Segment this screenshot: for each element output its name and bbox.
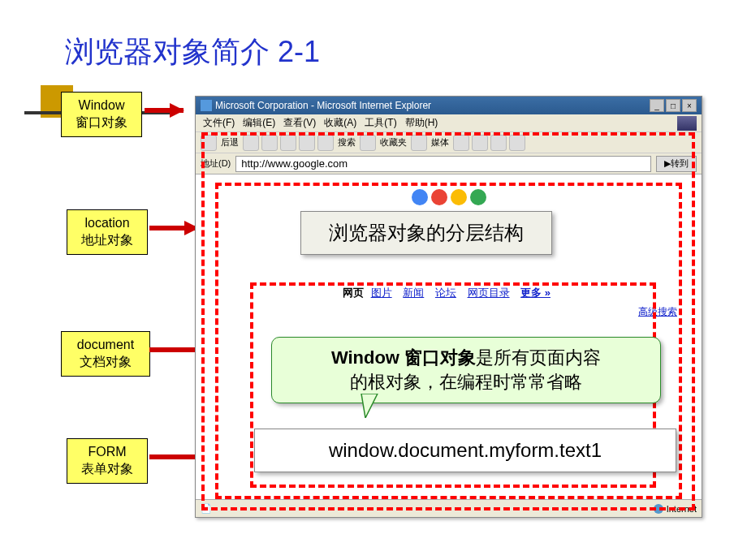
advanced-search-row: 高级搜索 (196, 305, 702, 319)
menu-file[interactable]: 文件(F) (201, 116, 237, 130)
google-tabs: 网页 图片 新闻 论坛 网页目录 更多 » (196, 281, 702, 305)
ie-titlebar: Microsoft Corporation - Microsoft Intern… (196, 97, 702, 114)
internet-zone-label: Internet (667, 504, 697, 514)
arrow-window (145, 110, 184, 111)
media-label: 媒体 (430, 136, 451, 149)
address-label: 地址(D) (201, 157, 231, 170)
menu-tools[interactable]: 工具(T) (362, 116, 399, 130)
search-label: 搜索 (336, 136, 357, 149)
print-button[interactable] (490, 135, 507, 151)
favorites-label: 收藏夹 (378, 136, 408, 149)
label-location-object: location 地址对象 (67, 209, 148, 255)
window-control-buttons: _ □ × (650, 99, 697, 112)
history-button[interactable] (453, 135, 469, 151)
stop-button[interactable] (261, 135, 278, 151)
callout-line2: 的根对象，在编程时常常省略 (285, 370, 647, 394)
slide-title: 浏览器对象简介 2-1 (65, 32, 320, 72)
label-window-cn: 窗口对象 (70, 114, 133, 131)
close-button[interactable]: × (682, 99, 697, 112)
home-button[interactable] (299, 135, 315, 151)
label-form-en: FORM (76, 444, 139, 461)
address-input[interactable]: http://www.google.com (235, 156, 651, 172)
back-button[interactable] (201, 135, 217, 151)
status-page-icon: 📄 (201, 503, 212, 514)
menu-favorites[interactable]: 收藏(A) (322, 116, 359, 130)
ie-statusbar: 📄 Internet (196, 499, 702, 517)
internet-zone-icon (654, 504, 663, 514)
hierarchy-title-box: 浏览器对象的分层结构 (300, 211, 552, 255)
tab-more[interactable]: 更多 » (520, 286, 551, 299)
back-label: 后退 (219, 136, 240, 149)
address-url-text: http://www.google.com (241, 157, 348, 170)
callout-tail-icon (357, 394, 382, 418)
favorites-button[interactable] (360, 135, 376, 151)
arrow-location (149, 227, 198, 229)
menu-help[interactable]: 帮助(H) (403, 116, 441, 130)
tab-web[interactable]: 网页 (343, 286, 364, 299)
tab-news[interactable]: 新闻 (403, 286, 424, 299)
label-location-en: location (76, 215, 139, 232)
mail-button[interactable] (472, 135, 488, 151)
edit-button[interactable] (509, 135, 525, 151)
ie-throbber-icon (677, 116, 697, 131)
advanced-search-link[interactable]: 高级搜索 (638, 306, 677, 317)
menu-edit[interactable]: 编辑(E) (240, 116, 278, 130)
refresh-button[interactable] (280, 135, 296, 151)
label-document-object: document 文档对象 (61, 331, 150, 377)
search-button[interactable] (317, 135, 334, 151)
menu-view[interactable]: 查看(V) (281, 116, 318, 130)
callout-window-root: Window 窗口对象是所有页面内容 的根对象，在编程时常常省略 (271, 337, 661, 403)
media-button[interactable] (411, 135, 427, 151)
ie-title-text: Microsoft Corporation - Microsoft Intern… (215, 100, 431, 111)
callout-rest1: 是所有页面内容 (476, 347, 601, 368)
go-button[interactable]: ▶转到 (656, 156, 697, 172)
minimize-button[interactable]: _ (650, 99, 664, 112)
code-example-box: window.document.myform.text1 (254, 429, 676, 472)
label-window-en: Window (70, 97, 133, 114)
callout-bold: Window 窗口对象 (331, 347, 476, 368)
label-location-cn: 地址对象 (76, 232, 139, 249)
label-form-cn: 表单对象 (76, 461, 139, 478)
ie-toolbar: 后退 搜索 收藏夹 媒体 (196, 132, 702, 153)
tab-groups[interactable]: 论坛 (435, 286, 456, 299)
tab-directory[interactable]: 网页目录 (468, 286, 510, 299)
ie-app-icon (201, 100, 212, 111)
label-window-object: Window 窗口对象 (61, 92, 142, 137)
label-form-object: FORM 表单对象 (67, 438, 148, 484)
label-document-en: document (70, 337, 141, 354)
forward-button[interactable] (243, 135, 259, 151)
ie-menubar: 文件(F) 编辑(E) 查看(V) 收藏(A) 工具(T) 帮助(H) (196, 114, 702, 132)
maximize-button[interactable]: □ (666, 99, 680, 112)
label-document-cn: 文档对象 (70, 354, 141, 371)
tab-images[interactable]: 图片 (371, 286, 392, 299)
ie-addressbar: 地址(D) http://www.google.com ▶转到 (196, 153, 702, 174)
